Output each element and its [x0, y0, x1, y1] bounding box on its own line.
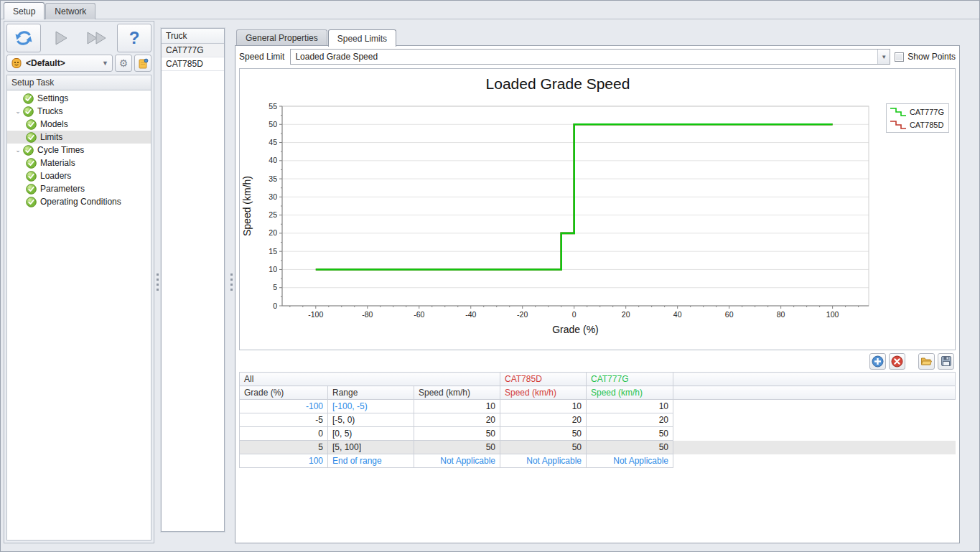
open-button[interactable] [918, 353, 935, 370]
scenario-combobox[interactable]: <Default> ▼ [6, 55, 113, 72]
table-cell-empty [673, 454, 956, 468]
main-area: ? <Default> ▼ ⚙ [1, 19, 979, 548]
window-tab-network[interactable]: Network [45, 3, 95, 19]
svg-text:30: 30 [269, 192, 277, 201]
show-points-checkbox[interactable] [895, 52, 904, 62]
delete-row-button[interactable] [889, 353, 905, 370]
add-circle-icon [872, 355, 884, 368]
show-points-group: Show Points [895, 52, 956, 62]
svg-text:20: 20 [269, 228, 277, 237]
table-cell[interactable]: 50 [500, 441, 587, 454]
tree-item-loaders[interactable]: Loaders [7, 169, 151, 182]
tree-item-label: Parameters [40, 184, 85, 194]
refresh-button[interactable] [6, 24, 41, 52]
table-cell[interactable]: 20 [500, 413, 587, 427]
save-button[interactable] [938, 353, 954, 370]
svg-text:10: 10 [269, 265, 277, 273]
chart-plot: 0510152025303540455055-100-80-60-40-2002… [240, 69, 953, 348]
table-cell[interactable]: 50 [414, 441, 500, 454]
table-cell[interactable]: 50 [587, 441, 673, 454]
legend-label: CAT777G [910, 108, 944, 116]
table-group-header-cat785d: CAT785D [500, 373, 587, 386]
svg-text:0: 0 [572, 310, 577, 319]
table-cell[interactable]: -100 [240, 400, 328, 413]
table-cell[interactable]: 50 [414, 427, 500, 441]
table-column-header: Speed (km/h) [500, 386, 587, 400]
table-group-header-all: All [240, 373, 500, 386]
table-cell[interactable]: 5 [240, 441, 328, 454]
setup-panel: ? <Default> ▼ ⚙ [4, 21, 154, 543]
table-row: 100End of rangeNot ApplicableNot Applica… [240, 454, 956, 468]
table-cell[interactable]: 20 [587, 413, 673, 427]
truck-row-cat785d[interactable]: CAT785D [162, 57, 224, 71]
fast-forward-button[interactable] [80, 24, 115, 52]
svg-text:45: 45 [269, 138, 277, 146]
table-cell[interactable]: [-5, 0) [328, 413, 414, 427]
table-cell[interactable]: 10 [587, 400, 673, 413]
table-cell[interactable]: 100 [240, 454, 328, 468]
tree-item-limits[interactable]: Limits [7, 131, 151, 144]
table-cell-empty [673, 441, 956, 454]
svg-text:-40: -40 [465, 310, 476, 319]
tree-item-operating-conditions[interactable]: Operating Conditions [7, 195, 151, 208]
table-cell-empty [673, 413, 956, 427]
table-cell[interactable]: 10 [414, 400, 500, 413]
splitter-left[interactable] [154, 21, 161, 543]
chevron-down-icon: ▼ [102, 60, 108, 67]
folder-open-icon [920, 355, 933, 368]
speed-limit-combobox[interactable]: Loaded Grade Speed ▼ [290, 49, 890, 65]
tree-item-models[interactable]: Models [7, 118, 151, 131]
table-column-header: Grade (%) [240, 386, 328, 400]
tree-item-cycle-times[interactable]: ⌄Cycle Times [7, 144, 151, 156]
speed-chart: Loaded Grade Speed 051015202530354045505… [239, 68, 956, 350]
expander-icon[interactable]: ⌄ [13, 108, 23, 115]
tree-item-materials[interactable]: Materials [7, 156, 151, 169]
table-cell[interactable]: End of range [328, 454, 414, 468]
step-line-icon [890, 106, 907, 117]
add-row-button[interactable] [869, 353, 886, 370]
table-cell[interactable]: Not Applicable [414, 454, 500, 468]
play-button[interactable] [43, 24, 78, 52]
fast-forward-icon [85, 29, 110, 47]
window-tab-setup[interactable]: Setup [4, 2, 45, 19]
tree-item-parameters[interactable]: Parameters [7, 182, 151, 195]
table-cell-empty [673, 400, 956, 413]
table-cell[interactable]: Not Applicable [587, 454, 673, 468]
chevron-down-icon[interactable]: ▼ [877, 50, 890, 64]
truck-row-cat777g[interactable]: CAT777G [162, 44, 224, 57]
table-column-header: Range [328, 386, 414, 400]
table-cell-empty [673, 427, 956, 441]
green-check-icon [26, 184, 37, 195]
table-cell[interactable]: 10 [500, 400, 587, 413]
refresh-icon [14, 29, 34, 47]
table-cell[interactable]: 50 [500, 427, 587, 441]
expander-icon[interactable]: ⌄ [13, 146, 23, 154]
tree-item-label: Limits [40, 132, 62, 142]
table-cell[interactable]: [-100, -5) [328, 400, 414, 413]
table-group-header-cat777g: CAT777G [587, 373, 673, 386]
help-button[interactable]: ? [117, 24, 151, 52]
svg-text:15: 15 [269, 247, 277, 256]
tree-item-settings[interactable]: Settings [7, 92, 151, 105]
detail-tab-general-properties[interactable]: General Properties [236, 29, 327, 46]
table-cell[interactable]: 50 [587, 427, 673, 441]
show-points-label: Show Points [907, 52, 956, 62]
tree-item-trucks[interactable]: ⌄Trucks [7, 105, 151, 118]
table-cell[interactable]: -5 [240, 413, 328, 427]
note-icon [138, 58, 149, 69]
table-column-header: Speed (km/h) [587, 386, 673, 400]
svg-text:-100: -100 [308, 310, 323, 319]
notes-button[interactable] [134, 55, 151, 72]
table-cell[interactable]: [5, 100] [328, 441, 414, 454]
tree-item-label: Cycle Times [37, 145, 84, 155]
detail-tab-speed-limits[interactable]: Speed Limits [328, 29, 396, 47]
table-cell[interactable]: 20 [414, 413, 500, 427]
speed-limits-table: AllCAT785DCAT777GGrade (%)RangeSpeed (km… [239, 372, 956, 468]
setup-task-caption: Setup Task [6, 75, 151, 90]
table-cell[interactable]: Not Applicable [500, 454, 587, 468]
table-row: 5[5, 100]505050 [240, 441, 956, 454]
splitter-right[interactable] [228, 21, 235, 543]
settings-gear-button[interactable]: ⚙ [115, 55, 132, 72]
table-cell[interactable]: 0 [240, 427, 328, 441]
table-cell[interactable]: [0, 5) [328, 427, 414, 441]
